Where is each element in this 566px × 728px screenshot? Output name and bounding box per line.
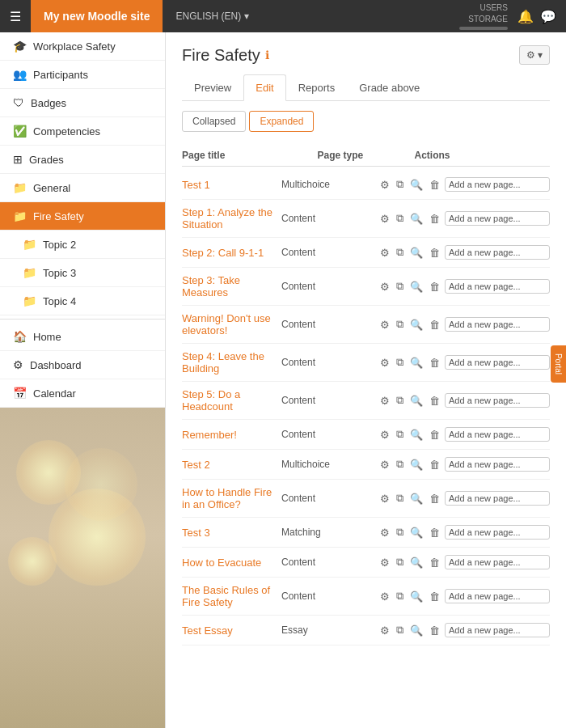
search-icon[interactable]: 🔍 xyxy=(408,491,424,506)
sidebar-item-topic-3[interactable]: 📁Topic 3 xyxy=(0,259,165,287)
copy-icon[interactable]: ⧉ xyxy=(395,210,405,226)
search-icon[interactable]: 🔍 xyxy=(408,317,424,332)
copy-icon[interactable]: ⧉ xyxy=(395,456,405,472)
gear-icon[interactable]: ⚙ xyxy=(378,211,391,226)
add-page-select[interactable]: Add a new page... xyxy=(445,393,550,408)
row-title[interactable]: The Basic Rules of Fire Safety xyxy=(182,584,281,608)
add-page-select[interactable]: Add a new page... xyxy=(445,355,550,370)
delete-icon[interactable]: 🗑 xyxy=(428,245,441,260)
gear-icon[interactable]: ⚙ xyxy=(378,279,391,294)
copy-icon[interactable]: ⧉ xyxy=(395,588,405,604)
copy-icon[interactable]: ⧉ xyxy=(395,622,405,638)
add-page-select[interactable]: Add a new page... xyxy=(445,279,550,294)
search-icon[interactable]: 🔍 xyxy=(408,623,424,638)
tab-edit[interactable]: Edit xyxy=(243,74,285,101)
notification-icon[interactable]: 🔔 xyxy=(517,9,534,24)
gear-icon[interactable]: ⚙ xyxy=(378,355,391,370)
row-title[interactable]: How to Evacuate xyxy=(182,557,281,569)
language-selector[interactable]: ENGLISH (EN) xyxy=(175,11,249,22)
message-icon[interactable]: 💬 xyxy=(540,9,556,24)
delete-icon[interactable]: 🗑 xyxy=(428,491,441,506)
delete-icon[interactable]: 🗑 xyxy=(428,555,441,570)
gear-icon[interactable]: ⚙ xyxy=(378,589,391,604)
gear-icon[interactable]: ⚙ xyxy=(378,177,391,193)
add-page-select[interactable]: Add a new page... xyxy=(445,245,550,260)
row-title[interactable]: How to Handle Fire in an Office? xyxy=(182,486,281,510)
row-title[interactable]: Step 5: Do a Headcount xyxy=(182,388,281,413)
delete-icon[interactable]: 🗑 xyxy=(428,177,441,193)
gear-icon[interactable]: ⚙ xyxy=(378,317,391,332)
gear-icon[interactable]: ⚙ xyxy=(378,245,391,260)
sidebar-item-general[interactable]: 📁General xyxy=(0,174,165,202)
row-title[interactable]: Warning! Don't use elevators! xyxy=(182,312,281,336)
add-page-select[interactable]: Add a new page... xyxy=(445,211,550,226)
delete-icon[interactable]: 🗑 xyxy=(428,393,441,408)
add-page-select[interactable]: Add a new page... xyxy=(445,525,550,540)
delete-icon[interactable]: 🗑 xyxy=(428,589,441,604)
delete-icon[interactable]: 🗑 xyxy=(428,525,441,540)
delete-icon[interactable]: 🗑 xyxy=(428,279,441,294)
portal-tab[interactable]: Portal xyxy=(551,345,566,383)
delete-icon[interactable]: 🗑 xyxy=(428,427,441,442)
copy-icon[interactable]: ⧉ xyxy=(395,554,405,570)
sidebar-item-grades[interactable]: ⊞Grades xyxy=(0,146,165,174)
add-page-select[interactable]: Add a new page... xyxy=(445,177,550,192)
search-icon[interactable]: 🔍 xyxy=(408,355,424,370)
subtab-collapsed[interactable]: Collapsed xyxy=(182,111,246,132)
sidebar-item-home[interactable]: 🏠Home xyxy=(0,323,165,351)
search-icon[interactable]: 🔍 xyxy=(408,393,424,408)
gear-icon[interactable]: ⚙ xyxy=(378,457,391,472)
sidebar-item-competencies[interactable]: ✅Competencies xyxy=(0,117,165,146)
search-icon[interactable]: 🔍 xyxy=(408,589,424,604)
search-icon[interactable]: 🔍 xyxy=(408,525,424,540)
copy-icon[interactable]: ⧉ xyxy=(395,354,405,370)
sidebar-item-fire-safety[interactable]: 📁Fire Safety xyxy=(0,202,165,231)
tab-reports[interactable]: Reports xyxy=(286,74,348,100)
row-title[interactable]: Test 3 xyxy=(182,527,281,539)
copy-icon[interactable]: ⧉ xyxy=(395,524,405,540)
row-title[interactable]: Test Essay xyxy=(182,624,281,637)
search-icon[interactable]: 🔍 xyxy=(408,211,424,226)
search-icon[interactable]: 🔍 xyxy=(408,279,424,294)
copy-icon[interactable]: ⧉ xyxy=(395,244,405,260)
search-icon[interactable]: 🔍 xyxy=(408,427,424,442)
gear-icon[interactable]: ⚙ xyxy=(378,393,391,408)
copy-icon[interactable]: ⧉ xyxy=(395,176,405,193)
copy-icon[interactable]: ⧉ xyxy=(395,316,405,332)
gear-icon[interactable]: ⚙ xyxy=(378,525,391,540)
delete-icon[interactable]: 🗑 xyxy=(428,623,441,638)
search-icon[interactable]: 🔍 xyxy=(408,245,424,260)
sidebar-item-participants[interactable]: 👥Participants xyxy=(0,61,165,89)
add-page-select[interactable]: Add a new page... xyxy=(445,555,550,569)
delete-icon[interactable]: 🗑 xyxy=(428,211,441,226)
search-icon[interactable]: 🔍 xyxy=(408,555,424,570)
copy-icon[interactable]: ⧉ xyxy=(395,490,405,506)
gear-icon[interactable]: ⚙ xyxy=(378,555,391,570)
row-title[interactable]: Step 3: Take Measures xyxy=(182,274,281,298)
sidebar-item-dashboard[interactable]: ⚙Dashboard xyxy=(0,351,165,379)
subtab-expanded[interactable]: Expanded xyxy=(249,111,314,132)
delete-icon[interactable]: 🗑 xyxy=(428,457,441,472)
copy-icon[interactable]: ⧉ xyxy=(395,426,405,442)
copy-icon[interactable]: ⧉ xyxy=(395,392,405,408)
row-title[interactable]: Step 4: Leave the Building xyxy=(182,350,281,375)
sidebar-item-calendar[interactable]: 📅Calendar xyxy=(0,379,165,408)
add-page-select[interactable]: Add a new page... xyxy=(445,457,550,472)
gear-icon[interactable]: ⚙ xyxy=(378,491,391,506)
copy-icon[interactable]: ⧉ xyxy=(395,278,405,294)
sidebar-item-workplace-safety[interactable]: 🎓Workplace Safety xyxy=(0,32,165,61)
add-page-select[interactable]: Add a new page... xyxy=(445,427,550,442)
delete-icon[interactable]: 🗑 xyxy=(428,355,441,370)
tab-grade-above[interactable]: Grade above xyxy=(347,74,432,100)
tab-preview[interactable]: Preview xyxy=(182,74,243,100)
add-page-select[interactable]: Add a new page... xyxy=(445,491,550,506)
gear-icon[interactable]: ⚙ xyxy=(378,623,391,638)
gear-button[interactable]: ⚙ ▾ xyxy=(519,45,550,65)
search-icon[interactable]: 🔍 xyxy=(408,177,424,193)
row-title[interactable]: Step 2: Call 9-1-1 xyxy=(182,247,281,259)
add-page-select[interactable]: Add a new page... xyxy=(445,317,550,332)
row-title[interactable]: Remember! xyxy=(182,429,281,441)
add-page-select[interactable]: Add a new page... xyxy=(445,623,550,637)
sidebar-item-topic-2[interactable]: 📁Topic 2 xyxy=(0,231,165,259)
add-page-select[interactable]: Add a new page... xyxy=(445,589,550,603)
